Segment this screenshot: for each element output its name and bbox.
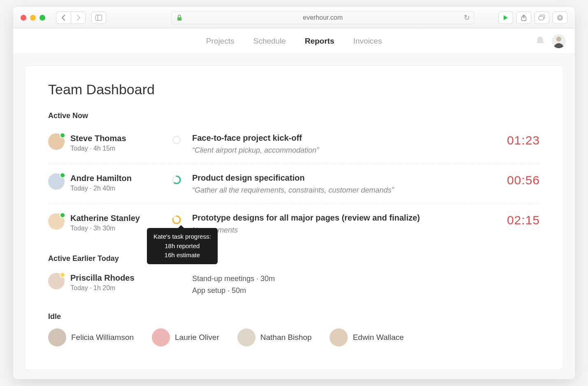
active-row: Steve Thomas Today · 4h 15m Face-to-face… [48, 124, 540, 164]
avatar[interactable] [48, 213, 65, 230]
earlier-task-lines: Stand-up meetings · 30m App setup · 50m [192, 273, 275, 297]
avatar [48, 328, 66, 346]
user-name[interactable]: Andre Hamilton [70, 173, 132, 183]
tooltip-line: Kate's task progress: [153, 232, 211, 242]
task-note: No comments [192, 226, 420, 235]
svg-point-8 [173, 136, 180, 144]
progress-tooltip: Kate's task progress: 18h reported 16h e… [147, 228, 218, 264]
progress-ring-icon [172, 175, 181, 185]
user-avatar[interactable] [552, 34, 566, 48]
task-name[interactable]: Product design specification [192, 173, 394, 183]
avatar[interactable] [48, 133, 65, 150]
user-meta: Today · 3h 30m [70, 225, 140, 232]
page-title: Team Dashboard [48, 81, 540, 98]
idle-name: Nathan Bishop [260, 333, 312, 342]
maximize-window-icon[interactable] [40, 15, 45, 21]
section-idle-title: Idle [48, 312, 540, 321]
dashboard-card: Team Dashboard Active Now Steve Thomas T… [25, 65, 563, 370]
svg-rect-2 [177, 17, 181, 21]
minimize-window-icon[interactable] [30, 15, 36, 21]
play-button[interactable] [498, 12, 513, 24]
task-note: “Client airport pickup, accommodation” [192, 146, 319, 155]
user-name[interactable]: Katherine Stanley [70, 213, 140, 223]
forward-button[interactable] [71, 12, 86, 24]
user-meta: Today · 2h 40m [70, 185, 132, 192]
window-controls [21, 15, 45, 21]
play-icon [504, 15, 508, 20]
nav-projects[interactable]: Projects [206, 37, 235, 46]
back-button[interactable] [56, 12, 71, 24]
user-name[interactable]: Priscilla Rhodes [70, 273, 135, 283]
svg-rect-5 [539, 16, 544, 20]
earlier-row: Priscilla Rhodes Today · 1h 20m Stand-up… [48, 267, 540, 302]
progress-ring-icon[interactable] [172, 215, 181, 225]
idle-person[interactable]: Nathan Bishop [237, 328, 312, 346]
content-area: Team Dashboard Active Now Steve Thomas T… [13, 54, 575, 379]
share-button[interactable] [516, 12, 531, 24]
timer-value: 00:56 [507, 173, 540, 187]
active-row: Andre Hamilton Today · 2h 40m Product de… [48, 164, 540, 204]
task-note: “Gather all the requirements, constraint… [192, 186, 394, 195]
presence-indicator-icon [60, 272, 65, 278]
downloads-button[interactable] [553, 12, 567, 24]
nav-arrows [56, 12, 86, 24]
user-name[interactable]: Steve Thomas [70, 133, 126, 143]
close-window-icon[interactable] [21, 15, 26, 21]
reload-icon[interactable]: ↻ [464, 13, 470, 22]
notifications-icon[interactable] [536, 35, 544, 47]
avatar[interactable] [48, 173, 65, 190]
app-nav: Projects Schedule Reports Invoices [13, 28, 575, 54]
presence-indicator-icon [60, 172, 65, 178]
avatar [237, 328, 256, 346]
active-row: Katherine Stanley Today · 3h 30m Prototy… [48, 204, 540, 244]
avatar [152, 328, 170, 346]
idle-person[interactable]: Edwin Wallace [330, 328, 404, 346]
toolbar-right [498, 12, 567, 24]
timer-value: 02:15 [507, 213, 540, 227]
idle-name: Felicia Williamson [71, 333, 134, 342]
sidebar-toggle-button[interactable] [91, 12, 106, 24]
user-meta: Today · 4h 15m [70, 145, 126, 152]
idle-name: Laurie Oliver [175, 333, 219, 342]
address-bar[interactable]: everhour.com ↻ [171, 11, 474, 24]
svg-rect-0 [96, 15, 102, 20]
nav-reports[interactable]: Reports [305, 37, 335, 46]
tooltip-line: 18h reported [153, 242, 211, 251]
task-line: App setup · 50m [192, 285, 275, 297]
task-name[interactable]: Prototype designs for all major pages (r… [192, 213, 420, 223]
section-earlier-title: Active Earlier Today [48, 254, 540, 263]
nav-invoices[interactable]: Invoices [353, 37, 382, 46]
avatar[interactable] [48, 273, 65, 289]
avatar [330, 328, 348, 346]
browser-window: everhour.com ↻ Projects Schedule Reports… [13, 7, 575, 379]
browser-titlebar: everhour.com ↻ [13, 7, 575, 28]
presence-indicator-icon [60, 212, 65, 218]
idle-person[interactable]: Laurie Oliver [152, 328, 219, 346]
lock-icon [177, 14, 182, 21]
timer-value: 01:23 [507, 133, 540, 147]
svg-point-7 [556, 37, 561, 42]
task-name[interactable]: Face-to-face project kick-off [192, 133, 319, 143]
nav-schedule[interactable]: Schedule [253, 37, 286, 46]
idle-person[interactable]: Felicia Williamson [48, 328, 134, 346]
tabs-button[interactable] [535, 12, 549, 24]
idle-list: Felicia Williamson Laurie Oliver Nathan … [48, 328, 540, 346]
progress-ring-icon [172, 135, 181, 145]
task-line: Stand-up meetings · 30m [192, 273, 275, 285]
user-meta: Today · 1h 20m [70, 284, 135, 292]
tooltip-line: 16h estimate [153, 251, 211, 260]
presence-indicator-icon [60, 133, 65, 138]
idle-name: Edwin Wallace [353, 333, 404, 342]
url-text: everhour.com [303, 14, 343, 21]
section-active-now-title: Active Now [48, 112, 540, 120]
